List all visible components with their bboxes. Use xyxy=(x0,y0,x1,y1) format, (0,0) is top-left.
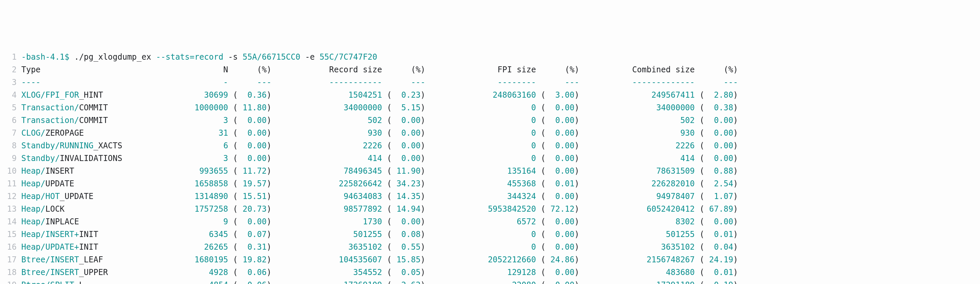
line-content: Heap/HOT_UPDATE 1314890 ( 15.51) 9463408… xyxy=(21,190,980,203)
line-content: Transaction/COMMIT 3 ( 0.00) 502 ( 0.00)… xyxy=(21,114,980,127)
line-number: 14 xyxy=(0,215,21,228)
line-number: 5 xyxy=(0,101,21,114)
line-content: Heap/INSERT+INIT 6345 ( 0.07) 501255 ( 0… xyxy=(21,228,980,241)
line-content: Heap/UPDATE 1658858 ( 19.57) 225826642 (… xyxy=(21,177,980,190)
line-content: Btree/SPLIT_L 4854 ( 0.06) 17269109 ( 2.… xyxy=(21,279,980,284)
code-line: 17Btree/INSERT_LEAF 1680195 ( 19.82) 104… xyxy=(0,253,980,266)
line-content: Standby/RUNNING_XACTS 6 ( 0.00) 2226 ( 0… xyxy=(21,139,980,152)
code-line: 19Btree/SPLIT_L 4854 ( 0.06) 17269109 ( … xyxy=(0,279,980,284)
line-number: 17 xyxy=(0,253,21,266)
code-line: 1-bash-4.1$ ./pg_xlogdump_ex --stats=rec… xyxy=(0,51,980,63)
line-content: Heap/UPDATE+INIT 26265 ( 0.31) 3635102 (… xyxy=(21,241,980,253)
line-content: Btree/INSERT_LEAF 1680195 ( 19.82) 10453… xyxy=(21,253,980,266)
line-number: 18 xyxy=(0,266,21,279)
code-line: 13Heap/LOCK 1757258 ( 20.73) 98577892 ( … xyxy=(0,203,980,215)
line-number: 12 xyxy=(0,190,21,203)
line-number: 15 xyxy=(0,228,21,241)
line-content: Heap/INSERT 993655 ( 11.72) 78496345 ( 1… xyxy=(21,165,980,177)
line-number: 10 xyxy=(0,165,21,177)
code-line: 18Btree/INSERT_UPPER 4928 ( 0.06) 354552… xyxy=(0,266,980,279)
code-line: 15Heap/INSERT+INIT 6345 ( 0.07) 501255 (… xyxy=(0,228,980,241)
line-number: 16 xyxy=(0,241,21,253)
line-content: Btree/INSERT_UPPER 4928 ( 0.06) 354552 (… xyxy=(21,266,980,279)
line-number: 6 xyxy=(0,114,21,127)
line-number: 19 xyxy=(0,279,21,284)
line-number: 3 xyxy=(0,76,21,89)
line-number: 2 xyxy=(0,63,21,76)
code-line: 10Heap/INSERT 993655 ( 11.72) 78496345 (… xyxy=(0,165,980,177)
code-line: 2Type N (%) Record size (%) FPI size (%)… xyxy=(0,63,980,76)
line-number: 13 xyxy=(0,203,21,215)
line-number: 1 xyxy=(0,51,21,63)
line-content: XLOG/FPI_FOR_HINT 30699 ( 0.36) 1504251 … xyxy=(21,89,980,101)
code-line: 9Standby/INVALIDATIONS 3 ( 0.00) 414 ( 0… xyxy=(0,152,980,165)
code-line: 14Heap/INPLACE 9 ( 0.00) 1730 ( 0.00) 65… xyxy=(0,215,980,228)
line-number: 11 xyxy=(0,177,21,190)
code-line: 3---- - --- ----------- --- -------- ---… xyxy=(0,76,980,89)
line-content: Standby/INVALIDATIONS 3 ( 0.00) 414 ( 0.… xyxy=(21,152,980,165)
line-content: Heap/LOCK 1757258 ( 20.73) 98577892 ( 14… xyxy=(21,203,980,215)
code-line: 7CLOG/ZEROPAGE 31 ( 0.00) 930 ( 0.00) 0 … xyxy=(0,127,980,139)
code-line: 4XLOG/FPI_FOR_HINT 30699 ( 0.36) 1504251… xyxy=(0,89,980,101)
code-line: 11Heap/UPDATE 1658858 ( 19.57) 225826642… xyxy=(0,177,980,190)
code-line: 12Heap/HOT_UPDATE 1314890 ( 15.51) 94634… xyxy=(0,190,980,203)
code-line: 6Transaction/COMMIT 3 ( 0.00) 502 ( 0.00… xyxy=(0,114,980,127)
line-content: Type N (%) Record size (%) FPI size (%) … xyxy=(21,63,980,76)
code-line: 5Transaction/COMMIT 1000000 ( 11.80) 340… xyxy=(0,101,980,114)
line-content: Heap/INPLACE 9 ( 0.00) 1730 ( 0.00) 6572… xyxy=(21,215,980,228)
line-content: CLOG/ZEROPAGE 31 ( 0.00) 930 ( 0.00) 0 (… xyxy=(21,127,980,139)
line-content: Transaction/COMMIT 1000000 ( 11.80) 3400… xyxy=(21,101,980,114)
line-number: 7 xyxy=(0,127,21,139)
line-number: 8 xyxy=(0,139,21,152)
line-number: 4 xyxy=(0,89,21,101)
line-number: 9 xyxy=(0,152,21,165)
line-content: -bash-4.1$ ./pg_xlogdump_ex --stats=reco… xyxy=(21,51,980,63)
code-line: 16Heap/UPDATE+INIT 26265 ( 0.31) 3635102… xyxy=(0,241,980,253)
code-line: 8Standby/RUNNING_XACTS 6 ( 0.00) 2226 ( … xyxy=(0,139,980,152)
line-content: ---- - --- ----------- --- -------- --- … xyxy=(21,76,980,89)
code-editor: 1-bash-4.1$ ./pg_xlogdump_ex --stats=rec… xyxy=(0,51,980,284)
